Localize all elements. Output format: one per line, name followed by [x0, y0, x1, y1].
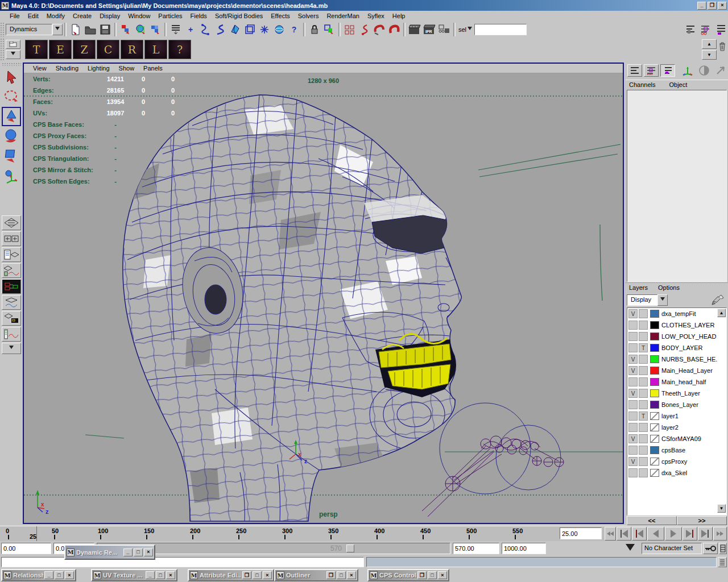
shelf-item-R[interactable]: R	[121, 40, 143, 59]
menu-display[interactable]: Display	[96, 11, 124, 20]
snap-curve-icon[interactable]	[198, 23, 212, 36]
shelf-item-E[interactable]: E	[49, 40, 72, 59]
time-ruler[interactable]: 0 50 100 150 200 250 300 350 400 450 500…	[1, 526, 556, 542]
layer-type-toggle[interactable]	[639, 355, 648, 364]
layer-visible-toggle[interactable]: V	[628, 434, 638, 443]
character-set-selector[interactable]: No Character Set	[642, 543, 702, 554]
layout-hypergraph-button[interactable]	[2, 279, 21, 294]
layer-name[interactable]: layer1	[661, 413, 679, 419]
menu-solvers[interactable]: Solvers	[294, 11, 323, 20]
layout-graph-persp-button[interactable]	[2, 263, 21, 278]
layer-color-swatch[interactable]	[650, 378, 659, 386]
layer-visible-toggle[interactable]	[628, 411, 638, 421]
layer-row-main-head-half[interactable]: Main_head_half	[627, 376, 726, 388]
maximize-icon[interactable]: □	[55, 571, 64, 579]
character-set-dropdown-arrow[interactable]	[626, 544, 635, 555]
layer-visible-toggle[interactable]	[628, 423, 638, 432]
layer-visible-toggle[interactable]	[628, 446, 638, 455]
layer-visible-toggle[interactable]: V	[628, 457, 638, 466]
layer-name[interactable]: LOW_POLY_HEAD	[661, 333, 716, 340]
snap-grid-icon[interactable]: +	[184, 23, 197, 36]
step-back-key-button[interactable]	[632, 527, 647, 541]
layer-color-swatch[interactable]	[650, 458, 659, 465]
layer-name[interactable]: CLOTHES_LAYER	[661, 322, 714, 329]
layer-color-swatch[interactable]	[650, 389, 659, 397]
quick-select-dropdown-arrow[interactable]	[468, 27, 472, 32]
menu-renderman[interactable]: RenderMan	[322, 11, 363, 20]
panel-menu-show[interactable]: Show	[114, 64, 139, 72]
paint-layer-icon[interactable]	[710, 293, 727, 307]
minimize-icon[interactable]: _	[146, 571, 155, 579]
close-icon[interactable]: ×	[263, 571, 272, 579]
restore-window-button[interactable]: ❐	[708, 2, 717, 10]
script-editor-icon[interactable]	[718, 557, 727, 567]
menu-soft-rigid-bodies[interactable]: Soft/Rigid Bodies	[211, 11, 267, 20]
layer-visible-toggle[interactable]	[628, 321, 638, 330]
play-forwards-button[interactable]	[665, 527, 682, 541]
layer-visible-toggle[interactable]	[628, 400, 638, 409]
layer-page-prev-button[interactable]: <<	[627, 516, 677, 525]
play-backwards-button[interactable]	[647, 527, 664, 541]
render-globals-icon[interactable]	[437, 23, 451, 36]
layer-row-layer1[interactable]: Tlayer1	[627, 410, 726, 422]
layer-row-theeth[interactable]: VTheeth_Layer	[627, 388, 726, 399]
menu-particles[interactable]: Particles	[154, 11, 186, 20]
shelf-item-T[interactable]: T	[25, 40, 48, 59]
arrow-nw-icon[interactable]	[713, 64, 728, 77]
shelf-scroll-down-button[interactable]: ▼	[702, 50, 717, 60]
layout-outliner-persp-button[interactable]	[2, 247, 21, 262]
layer-name[interactable]: Bones_Layer	[661, 401, 698, 408]
layout-four-pane-button[interactable]	[2, 231, 21, 246]
playback-end-field[interactable]	[453, 543, 499, 554]
menu-layers[interactable]: Layers	[629, 284, 648, 291]
layer-color-swatch[interactable]	[650, 321, 659, 329]
close-icon[interactable]: ×	[144, 548, 153, 556]
restore-icon[interactable]: ❐	[326, 571, 336, 579]
layer-type-toggle[interactable]	[639, 377, 648, 386]
auto-keyframe-icon[interactable]	[703, 543, 718, 554]
layer-page-next-button[interactable]: >>	[677, 516, 727, 525]
layer-name[interactable]: Main_Head_Layer	[661, 367, 713, 374]
maximize-icon[interactable]: □	[156, 571, 165, 579]
layer-type-toggle[interactable]	[639, 389, 648, 398]
minimized-outliner[interactable]: M Outliner ❐□×	[274, 569, 358, 581]
layer-name[interactable]: CSforMAYA09	[661, 435, 701, 442]
help-mode-icon[interactable]: ?	[287, 23, 301, 36]
magnet-icon[interactable]	[387, 23, 401, 36]
layer-type-toggle[interactable]	[639, 309, 648, 318]
restore-icon[interactable]: ❐	[242, 571, 251, 579]
layer-row-layer2[interactable]: layer2	[627, 422, 726, 433]
menu-window[interactable]: Window	[124, 11, 154, 20]
layer-type-toggle[interactable]	[639, 423, 648, 432]
minimized-uv-texture-editor[interactable]: M UV Texture ... _□×	[91, 569, 177, 581]
minimized-cps-control[interactable]: M CPS Control ❐□×	[367, 569, 449, 581]
layer-type-toggle[interactable]	[639, 468, 648, 477]
layer-visible-toggle[interactable]	[628, 343, 638, 352]
snap-projected-icon[interactable]	[228, 23, 242, 36]
minimized-relationship-editor[interactable]: M Relationshi... _□×	[1, 569, 76, 581]
layer-name[interactable]: layer2	[661, 424, 679, 431]
show-attribute-editor-icon[interactable]	[684, 23, 698, 36]
layer-row-nurbs-base[interactable]: VNURBS_BASE_HE.	[627, 354, 726, 365]
close-icon[interactable]: ×	[347, 571, 356, 579]
construction-history-icon[interactable]	[343, 23, 357, 36]
floating-dynamic-relationships-window[interactable]: M Dynamic Re... _ □ ×	[64, 544, 155, 560]
layout-persp-outliner-graph-button[interactable]	[2, 327, 21, 342]
viewport-canvas[interactable]: x z x z persp 1280 x 960 Verts:1421100 E…	[24, 73, 623, 523]
layer-color-swatch[interactable]	[650, 412, 659, 420]
shelf-menu-button[interactable]	[6, 50, 20, 59]
close-icon[interactable]: ×	[438, 571, 447, 579]
menu-modify[interactable]: Modify	[43, 11, 69, 20]
layer-color-swatch[interactable]	[650, 367, 659, 375]
layer-name[interactable]: dxa_Skel	[661, 469, 687, 476]
tab-object[interactable]: Object	[669, 81, 693, 89]
menu-syflex[interactable]: Syflex	[363, 11, 388, 20]
select-tool[interactable]	[2, 67, 21, 86]
layer-type-toggle[interactable]	[639, 446, 648, 455]
make-live-icon[interactable]	[258, 23, 271, 36]
animation-preferences-icon[interactable]	[719, 543, 727, 554]
layer-visible-toggle[interactable]: V	[628, 366, 638, 375]
maximize-icon[interactable]: □	[253, 571, 262, 579]
layer-visible-toggle[interactable]: V	[628, 309, 638, 318]
menu-create[interactable]: Create	[69, 11, 96, 20]
